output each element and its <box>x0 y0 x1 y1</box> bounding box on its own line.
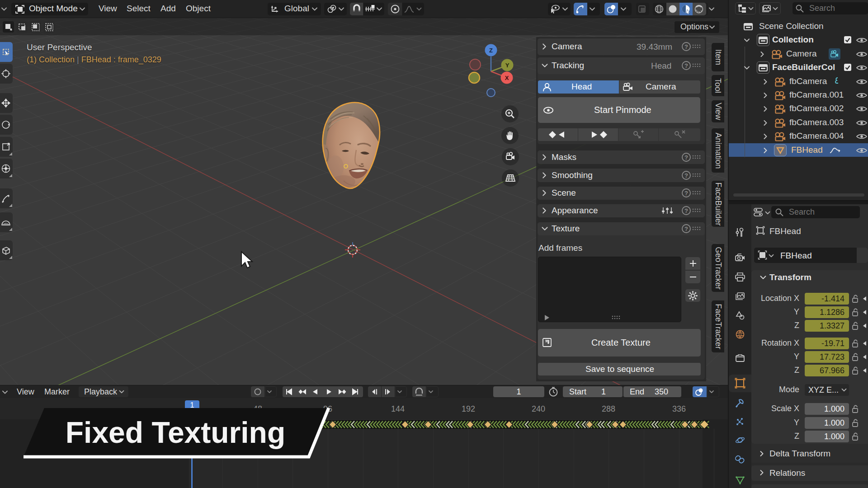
svg-text:?: ? <box>684 207 688 214</box>
svg-text:?: ? <box>684 62 688 69</box>
svg-text:Fixed Texturing: Fixed Texturing <box>66 416 286 449</box>
svg-text:?: ? <box>684 154 688 161</box>
svg-text:?: ? <box>684 190 688 197</box>
svg-text:Z: Z <box>489 47 493 54</box>
svg-text:?: ? <box>684 43 688 50</box>
svg-text:?: ? <box>684 225 688 232</box>
svg-text:Y: Y <box>505 62 509 69</box>
svg-text:?: ? <box>684 172 688 179</box>
svg-text:X: X <box>505 75 509 81</box>
